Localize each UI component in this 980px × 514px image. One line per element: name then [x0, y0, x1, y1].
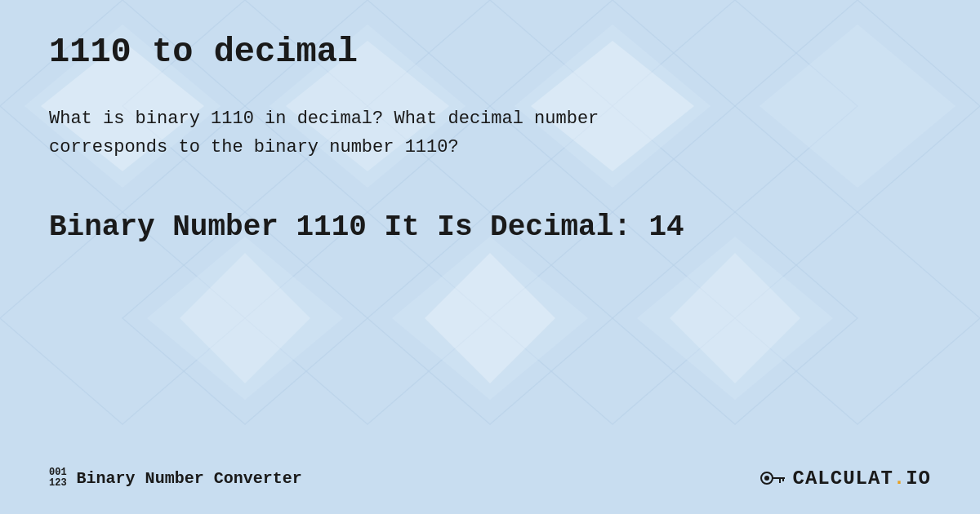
footer: 001 123 Binary Number Converter CALCULAT… [49, 450, 931, 490]
calc-logo-dot: . [893, 467, 906, 490]
calculator-icon [760, 467, 786, 490]
calc-logo: CALCULAT.IO [793, 467, 931, 490]
description-line1: What is binary 1110 in decimal? What dec… [49, 109, 599, 129]
footer-label: Binary Number Converter [77, 469, 302, 488]
description-text: What is binary 1110 in decimal? What dec… [49, 104, 784, 162]
result-section: Binary Number 1110 It Is Decimal: 14 [49, 210, 931, 244]
binary-digits-icon: 001 123 [49, 467, 67, 489]
result-text: Binary Number 1110 It Is Decimal: 14 [49, 210, 931, 244]
footer-left: 001 123 Binary Number Converter [49, 467, 302, 489]
description-line2: corresponds to the binary number 1110? [49, 137, 459, 157]
footer-right: CALCULAT.IO [760, 467, 931, 490]
binary-bottom: 123 [49, 478, 67, 489]
page-title: 1110 to decimal [49, 33, 931, 72]
svg-point-29 [764, 476, 769, 481]
